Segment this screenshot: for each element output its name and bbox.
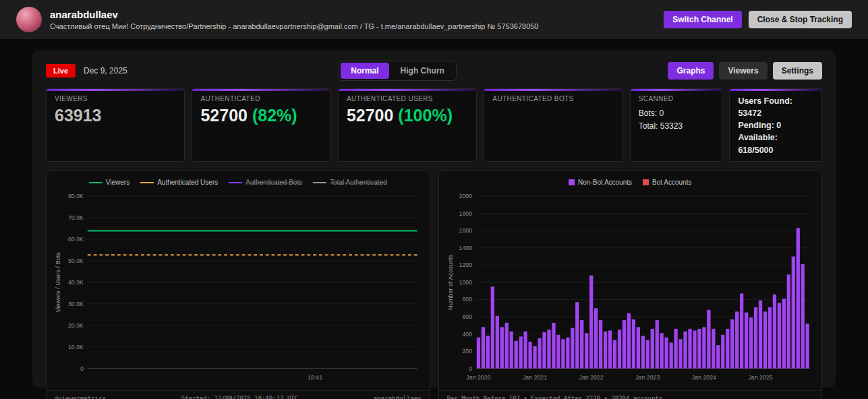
viewers-chart-legend: ViewersAuthenticated UsersAuthenticated … <box>53 176 423 189</box>
status-group: Live Dec 9, 2025 <box>46 64 127 78</box>
account-month-bar <box>585 333 588 368</box>
svg-text:40.0K: 40.0K <box>68 278 84 285</box>
account-month-bar <box>617 330 620 368</box>
account-month-bar <box>730 319 734 368</box>
account-month-bar <box>552 323 555 369</box>
controls-row: Live Dec 9, 2025 Normal High Churn Graph… <box>46 61 822 80</box>
svg-text:Jan 2020: Jan 2020 <box>466 373 490 380</box>
channel-text: anarabdullaev Счастливый отец Мии! Сотру… <box>50 9 539 30</box>
account-month-bar <box>608 330 611 368</box>
channel-subtitle: Счастливый отец Мии! Сотрудничество/Part… <box>50 22 539 30</box>
stat-card-found: Users Found: 53472 Pending: 0 Available:… <box>729 88 822 162</box>
authenticated-users-count: 52700 (100%) <box>347 107 468 124</box>
account-month-bar <box>528 342 531 369</box>
account-month-bar <box>664 337 668 368</box>
legend-label: Total Authenticated <box>330 179 387 186</box>
account-month-bar <box>589 275 593 368</box>
account-month-bar <box>561 339 565 368</box>
stream-date: Dec 9, 2025 <box>84 66 127 75</box>
svg-text:50.0K: 50.0K <box>68 257 84 264</box>
account-month-bar <box>490 286 494 368</box>
svg-text:800: 800 <box>462 296 472 303</box>
account-month-bar <box>598 320 602 369</box>
viewers-line-chart: 010.0K20.0K30.0K40.0K50.0K60.0K70.0K80.0… <box>53 189 423 388</box>
account-month-bar <box>768 307 771 369</box>
channel-info: anarabdullaev Счастливый отец Мии! Сотру… <box>16 7 539 32</box>
account-month-bar <box>566 337 569 368</box>
viewers-count: 63913 <box>55 107 176 124</box>
stat-label: SCANNED <box>639 95 714 102</box>
available-line: Available: 618/5000 <box>738 131 813 156</box>
legend-item-authenticated-bots[interactable]: Authenticated Bots <box>229 179 302 186</box>
mode-high-churn-button[interactable]: High Churn <box>390 63 455 79</box>
account-month-bar <box>693 330 696 368</box>
charts-row: ViewersAuthenticated UsersAuthenticated … <box>46 170 822 399</box>
svg-text:1800: 1800 <box>459 210 472 216</box>
account-month-bar <box>772 294 776 368</box>
svg-text:60.0K: 60.0K <box>68 236 84 243</box>
legend-swatch <box>313 182 326 183</box>
account-month-bar <box>542 332 546 369</box>
switch-channel-button[interactable]: Switch Channel <box>664 11 741 28</box>
legend-item-authenticated-users[interactable]: Authenticated Users <box>140 179 218 186</box>
viewers-tab-button[interactable]: Viewers <box>719 62 767 80</box>
account-month-bar <box>580 320 583 369</box>
account-month-bar <box>801 264 804 369</box>
authenticated-percent: (82%) <box>252 106 297 125</box>
svg-text:1600: 1600 <box>459 227 472 234</box>
account-month-bar <box>660 333 663 368</box>
stat-label: AUTHENTICATED BOTS <box>492 95 614 102</box>
view-buttons: Graphs Viewers Settings <box>668 62 822 80</box>
svg-text:Jan 2021: Jan 2021 <box>522 373 546 380</box>
svg-text:70.0K: 70.0K <box>68 214 84 221</box>
legend-item-bot-accounts[interactable]: Bot Accounts <box>643 179 691 186</box>
legend-label: Authenticated Bots <box>245 179 302 186</box>
account-month-bar <box>575 302 579 368</box>
account-month-bar <box>758 300 761 368</box>
svg-text:Jan 2022: Jan 2022 <box>579 373 603 380</box>
account-month-bar <box>674 328 677 368</box>
accounts-chart-legend: Non-Bot AccountsBot Accounts <box>446 176 815 189</box>
live-badge: Live <box>46 64 76 78</box>
header-actions: Switch Channel Close & Stop Tracking <box>664 11 852 28</box>
legend-item-total-authenticated[interactable]: Total Authenticated <box>313 179 387 186</box>
legend-swatch <box>89 182 103 183</box>
account-month-bar <box>707 309 710 368</box>
account-month-bar <box>683 331 687 368</box>
legend-item-viewers[interactable]: Viewers <box>89 179 129 186</box>
viewers-chart-panel: ViewersAuthenticated UsersAuthenticated … <box>46 170 430 399</box>
account-month-bar <box>739 293 743 368</box>
svg-text:20.0K: 20.0K <box>68 321 84 328</box>
svg-text:Jan 2024: Jan 2024 <box>691 373 716 380</box>
account-month-bar <box>571 328 574 368</box>
legend-label: Authenticated Users <box>157 179 218 186</box>
svg-text:Viewers / Users / Bots: Viewers / Users / Bots <box>55 251 61 312</box>
account-month-bar <box>523 331 527 368</box>
account-month-bar <box>669 342 672 368</box>
account-month-bar <box>678 339 682 368</box>
graphs-tab-button[interactable]: Graphs <box>668 62 714 80</box>
account-month-bar <box>622 320 625 369</box>
account-month-bar <box>631 319 635 368</box>
account-month-bar <box>753 307 757 369</box>
stats-row: VIEWERS 63913 AUTHENTICATED 52700 (82%) … <box>46 88 822 162</box>
scanned-bots-line: Bots: 0 <box>639 107 714 120</box>
svg-text:400: 400 <box>462 330 472 337</box>
watermark: @viewermetrics <box>55 395 106 399</box>
mode-normal-button[interactable]: Normal <box>341 63 388 79</box>
legend-swatch <box>140 182 154 183</box>
close-stop-tracking-button[interactable]: Close & Stop Tracking <box>749 11 852 28</box>
account-month-bar <box>476 337 480 368</box>
svg-text:0: 0 <box>80 365 84 371</box>
account-month-bar <box>786 274 790 368</box>
account-month-bar <box>533 346 536 368</box>
account-month-bar <box>636 327 639 368</box>
account-month-bar <box>763 311 766 368</box>
avatar <box>16 7 42 32</box>
legend-item-non-bot-accounts[interactable]: Non-Bot Accounts <box>569 179 632 186</box>
account-month-bar <box>603 331 606 368</box>
account-month-bar <box>645 340 649 368</box>
svg-text:Jan 2023: Jan 2023 <box>635 373 660 380</box>
settings-tab-button[interactable]: Settings <box>773 62 822 80</box>
account-month-bar <box>791 256 794 368</box>
